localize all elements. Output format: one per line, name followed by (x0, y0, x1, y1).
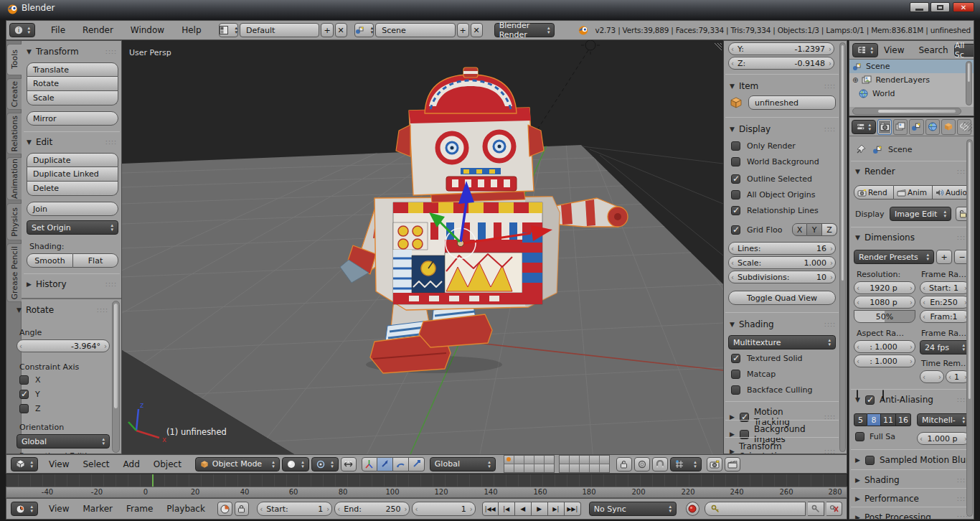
aspect-x-field[interactable]: : 1.000 (854, 340, 915, 353)
frame-step-field[interactable]: Fram:1 (920, 310, 970, 323)
checkbox-sampled-motion-blur[interactable] (865, 456, 875, 465)
checkbox-axis-y[interactable] (19, 390, 29, 399)
tab-relations[interactable]: Relations (6, 113, 22, 154)
pin-icon[interactable] (855, 144, 867, 155)
add-scene-button[interactable]: + (457, 23, 469, 37)
translate-button[interactable]: Translate (27, 62, 118, 77)
menu-window[interactable]: Window (128, 25, 167, 35)
timeline-menu-frame[interactable]: Frame (123, 504, 156, 514)
timeline-menu-playback[interactable]: Playback (164, 504, 208, 514)
anti-aliasing-panel-header[interactable]: ▼ Anti-Aliasing (855, 395, 969, 405)
tool-shelf-scrollbar[interactable] (112, 301, 120, 453)
transform-orientations-panel-header[interactable]: ▶ Transform Orientations (730, 441, 836, 454)
join-button[interactable]: Join (27, 202, 118, 216)
title-bar[interactable]: Blender ✕ (0, 0, 980, 20)
layers-grid-right[interactable] (559, 455, 610, 473)
grid-axis-y-button[interactable]: Y (807, 223, 822, 236)
manipulator-axes-button[interactable] (362, 457, 377, 471)
checkbox-relationship-lines[interactable] (731, 206, 740, 215)
duplicate-linked-button[interactable]: Duplicate Linked (27, 167, 118, 182)
rotation-y-field[interactable]: Y:-1.2397 (728, 42, 834, 55)
object-name-field[interactable]: unfineshed (748, 95, 836, 110)
minimize-button[interactable] (910, 2, 929, 12)
viewport-menu-object[interactable]: Object (151, 459, 184, 469)
delete-layout-button[interactable]: ✕ (335, 23, 347, 37)
delete-keyframe-button[interactable] (826, 502, 842, 516)
frame-start-field[interactable]: Start:1 (257, 502, 332, 516)
viewport-shading-dropdown[interactable]: ▴▾ (282, 457, 309, 471)
editor-type-properties-button[interactable]: ▴▾ (852, 120, 876, 134)
grid-axis-z-button[interactable]: Z (822, 223, 837, 236)
rotate-button[interactable]: Rotate (27, 77, 118, 91)
close-button[interactable]: ✕ (953, 2, 974, 12)
menu-render[interactable]: Render (80, 25, 116, 35)
render-still-button[interactable]: Rend (854, 185, 894, 200)
set-origin-dropdown[interactable]: Set Origin ▴▾ (27, 220, 118, 235)
grid-subdivisions-field[interactable]: Subdivisions:10 (728, 271, 836, 283)
expand-icon[interactable]: ⊕ (852, 76, 858, 84)
layers-grid-left[interactable] (504, 455, 555, 473)
current-frame-indicator[interactable] (152, 474, 154, 487)
sync-dropdown[interactable]: No Sync ▴▾ (589, 502, 677, 516)
resolution-percentage-slider[interactable]: 50% (854, 310, 915, 323)
snap-element-dropdown[interactable]: ▴▾ (670, 457, 702, 471)
editor-type-outliner-button[interactable]: ▴▾ (852, 43, 878, 57)
display-panel-header[interactable]: ▼ Display (730, 124, 836, 134)
fps-dropdown[interactable]: 24 fps ▴▾ (920, 340, 970, 355)
manipulator-scale-button[interactable] (409, 457, 425, 471)
scrollbar-thumb[interactable] (968, 141, 971, 400)
outliner-scope-dropdown[interactable]: All Sc (954, 44, 974, 57)
aspect-y-field[interactable]: : 1.000 (854, 355, 915, 367)
render-presets-dropdown[interactable]: Render Presets ▴▾ (854, 250, 934, 264)
item-panel-header[interactable]: ▼ Item (730, 81, 836, 91)
post-processing-panel-header[interactable]: ▶ Post Processing (855, 512, 969, 520)
auto-keyframe-record-button[interactable] (686, 502, 699, 516)
lock-to-scene-button[interactable] (616, 457, 632, 471)
tab-animation[interactable]: Animation (6, 157, 22, 200)
delete-scene-button[interactable]: ✕ (471, 23, 483, 37)
viewport-menu-select[interactable]: Select (80, 459, 112, 469)
display-mode-dropdown[interactable]: Image Edit ▴▾ (890, 207, 951, 221)
orientation-dropdown[interactable]: Global ▴▾ (17, 434, 110, 449)
performance-panel-header[interactable]: ▶ Performance (855, 494, 969, 504)
editor-type-info-button[interactable]: i ▴▾ (9, 23, 35, 37)
aa-samples-11-button[interactable]: 11 (881, 413, 896, 426)
aa-samples-8-button[interactable]: 8 (867, 413, 881, 426)
checkbox-outline-selected[interactable] (731, 174, 740, 184)
pivot-align-toggle[interactable] (341, 457, 357, 471)
manipulator-translate-button[interactable] (377, 457, 393, 471)
scrollbar-thumb[interactable] (841, 44, 844, 281)
checkbox-axis-z[interactable] (19, 404, 29, 413)
tab-grease-pencil[interactable]: Grease Pencil (6, 243, 22, 302)
viewport-menu-view[interactable]: View (46, 459, 72, 469)
mirror-button[interactable]: Mirror (27, 111, 118, 126)
render-animation-button[interactable]: Anim (894, 185, 933, 200)
screen-layout-icon-button[interactable]: ▴▾ (219, 23, 239, 37)
tab-physics[interactable]: Physics (6, 203, 22, 240)
tab-tools[interactable]: Tools (6, 44, 22, 75)
opengl-render-still-button[interactable] (707, 457, 722, 471)
checkbox-world-background[interactable] (731, 157, 740, 166)
sampled-motion-blur-panel-header[interactable]: ▶ Sampled Motion Blur (855, 455, 969, 465)
previous-keyframe-button[interactable]: |◀ (499, 502, 515, 516)
panel-grip-icon[interactable] (824, 448, 836, 454)
tab-render-layers[interactable] (893, 119, 908, 135)
duplicate-button[interactable]: Duplicate (27, 153, 118, 167)
scale-button[interactable]: Scale (27, 91, 118, 105)
proportional-editing-button[interactable] (634, 457, 650, 471)
layer-1-active[interactable] (504, 456, 514, 464)
time-remap-old-field[interactable] (920, 370, 944, 383)
rotate-operator-panel-header[interactable]: ▼ Rotate (17, 305, 108, 315)
grid-scale-field[interactable]: Scale:1.000 (728, 256, 836, 269)
checkbox-full-sample[interactable] (855, 432, 864, 441)
editor-type-timeline-button[interactable]: ▴▾ (11, 502, 38, 516)
outliner-v-scrollbar[interactable] (966, 61, 972, 105)
outliner-menu-view[interactable]: View (881, 45, 907, 55)
panel-grip-icon[interactable] (824, 126, 836, 133)
menu-help[interactable]: Help (179, 25, 204, 35)
timeline-menu-marker[interactable]: Marker (80, 504, 115, 514)
checkbox-matcap[interactable] (731, 370, 740, 379)
checkbox-textured-solid[interactable] (731, 354, 740, 363)
scrollbar-thumb[interactable] (877, 109, 956, 113)
timeline-menu-view[interactable]: View (46, 504, 72, 514)
